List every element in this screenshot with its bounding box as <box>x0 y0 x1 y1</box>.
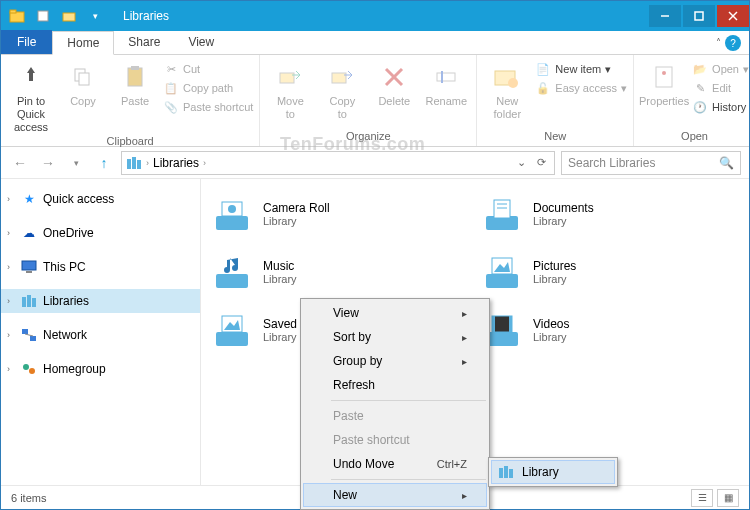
breadcrumb-libraries[interactable]: Libraries <box>153 156 199 170</box>
sidebar-item-this-pc[interactable]: ›This PC <box>1 255 200 279</box>
svg-rect-39 <box>22 297 26 307</box>
delete-icon <box>378 61 410 93</box>
submenu-library[interactable]: Library <box>491 460 615 484</box>
maximize-button[interactable] <box>683 5 715 27</box>
library-icon <box>498 464 514 480</box>
sidebar-item-network[interactable]: ›Network <box>1 323 200 347</box>
svg-point-46 <box>29 368 35 374</box>
rename-button[interactable]: Rename <box>422 61 470 108</box>
svg-rect-40 <box>27 295 31 307</box>
copy-button[interactable]: Copy <box>59 61 107 108</box>
sidebar-item-quick-access[interactable]: ›★Quick access <box>1 187 200 211</box>
context-view[interactable]: View▸ <box>303 301 487 325</box>
library-item-documents[interactable]: DocumentsLibrary <box>479 191 741 237</box>
copy-to-button[interactable]: Copy to <box>318 61 366 121</box>
svg-rect-3 <box>63 13 75 21</box>
svg-rect-36 <box>137 160 141 169</box>
details-view-button[interactable]: ☰ <box>691 489 713 507</box>
svg-rect-63 <box>492 316 495 332</box>
sidebar-item-libraries[interactable]: ›Libraries <box>1 289 200 313</box>
paste-shortcut-button[interactable]: 📎Paste shortcut <box>163 99 253 115</box>
context-new[interactable]: New▸ <box>303 483 487 507</box>
libraries-icon <box>21 293 37 309</box>
svg-rect-9 <box>79 73 89 85</box>
context-refresh[interactable]: Refresh <box>303 373 487 397</box>
copy-path-button[interactable]: 📋Copy path <box>163 80 253 96</box>
ribbon: Pin to Quick access Copy Paste ✂Cut 📋Cop… <box>1 55 749 147</box>
help-icon[interactable]: ? <box>725 35 741 51</box>
open-icon: 📂 <box>692 61 708 77</box>
pin-icon <box>15 61 47 93</box>
library-item-videos[interactable]: VideosLibrary <box>479 307 741 353</box>
svg-rect-34 <box>127 159 131 169</box>
file-tab[interactable]: File <box>1 30 52 54</box>
navigation-pane: ›★Quick access ›☁OneDrive ›This PC ›Libr… <box>1 179 201 485</box>
qat-new-folder-icon[interactable] <box>57 5 81 27</box>
move-to-button[interactable]: Move to <box>266 61 314 121</box>
icons-view-button[interactable]: ▦ <box>717 489 739 507</box>
view-tab[interactable]: View <box>174 30 228 54</box>
pictures-icon <box>481 251 523 293</box>
library-item-pictures[interactable]: PicturesLibrary <box>479 249 741 295</box>
library-item-camera-roll[interactable]: Camera RollLibrary <box>209 191 471 237</box>
copy-icon <box>67 61 99 93</box>
cut-icon: ✂ <box>163 61 179 77</box>
context-sort-by[interactable]: Sort by▸ <box>303 325 487 349</box>
sidebar-item-onedrive[interactable]: ›☁OneDrive <box>1 221 200 245</box>
ribbon-collapse-icon[interactable]: ˄ <box>716 37 721 48</box>
sidebar-item-homegroup[interactable]: ›Homegroup <box>1 357 200 381</box>
svg-rect-38 <box>26 271 32 273</box>
properties-icon <box>648 61 680 93</box>
new-folder-button[interactable]: New folder <box>483 61 531 121</box>
edit-icon: ✎ <box>692 80 708 96</box>
open-group-label: Open <box>640 130 749 144</box>
refresh-icon[interactable]: ⟳ <box>532 156 550 169</box>
qat-dropdown-icon[interactable]: ▾ <box>83 5 107 27</box>
svg-rect-13 <box>332 73 346 83</box>
delete-button[interactable]: Delete <box>370 61 418 108</box>
window-title: Libraries <box>111 9 647 23</box>
context-undo-move[interactable]: Undo MoveCtrl+Z <box>303 452 487 476</box>
edit-button[interactable]: ✎Edit <box>692 80 749 96</box>
cut-button[interactable]: ✂Cut <box>163 61 253 77</box>
organize-group-label: Organize <box>266 130 470 144</box>
app-icon <box>5 5 29 27</box>
context-paste: Paste <box>303 404 487 428</box>
recent-locations-button[interactable]: ▾ <box>65 152 87 174</box>
camera-roll-icon <box>211 193 253 235</box>
address-bar[interactable]: › Libraries › ⌄⟳ <box>121 151 555 175</box>
search-input[interactable]: Search Libraries 🔍 <box>561 151 741 175</box>
easy-access-button[interactable]: 🔓Easy access ▾ <box>535 80 627 96</box>
svg-rect-1 <box>10 10 16 13</box>
up-button[interactable]: ↑ <box>93 152 115 174</box>
copy-to-icon <box>326 61 358 93</box>
svg-rect-43 <box>30 336 36 341</box>
address-dropdown-icon[interactable]: ⌄ <box>512 156 530 169</box>
qat-properties-icon[interactable] <box>31 5 55 27</box>
svg-rect-64 <box>509 316 512 332</box>
history-button[interactable]: 🕐History <box>692 99 749 115</box>
close-button[interactable] <box>717 5 749 27</box>
share-tab[interactable]: Share <box>114 30 174 54</box>
svg-rect-16 <box>437 73 455 81</box>
minimize-button[interactable] <box>649 5 681 27</box>
open-button[interactable]: 📂Open ▾ <box>692 61 749 77</box>
svg-rect-5 <box>695 12 703 20</box>
pin-to-quick-access-button[interactable]: Pin to Quick access <box>7 61 55 135</box>
home-tab[interactable]: Home <box>52 31 114 55</box>
forward-button[interactable]: → <box>37 152 59 174</box>
svg-point-49 <box>228 205 236 213</box>
new-folder-icon <box>491 61 523 93</box>
context-group-by[interactable]: Group by▸ <box>303 349 487 373</box>
properties-button[interactable]: Properties <box>640 61 688 108</box>
library-item-music[interactable]: MusicLibrary <box>209 249 471 295</box>
paste-button[interactable]: Paste <box>111 61 159 108</box>
context-menu: View▸ Sort by▸ Group by▸ Refresh Paste P… <box>300 298 490 510</box>
svg-rect-58 <box>216 332 248 346</box>
copy-path-icon: 📋 <box>163 80 179 96</box>
svg-rect-42 <box>22 329 28 334</box>
svg-point-21 <box>662 71 666 75</box>
new-item-button[interactable]: 📄New item ▾ <box>535 61 627 77</box>
back-button[interactable]: ← <box>9 152 31 174</box>
search-icon: 🔍 <box>719 156 734 170</box>
